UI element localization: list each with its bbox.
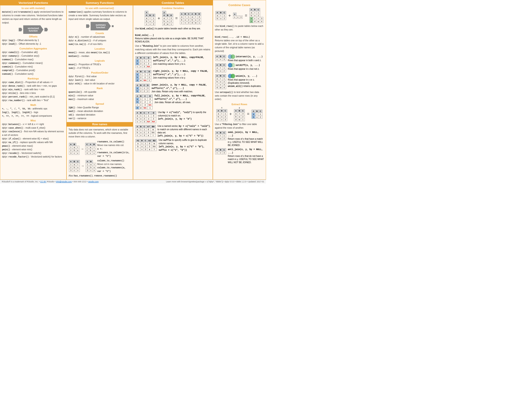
vectorized-diagram: vectorizedfunction [2, 25, 65, 34]
has-rownames: Also has_rownames(), remove_rownames() [68, 174, 131, 178]
col-to-rownames-table1: ABC 1at 2bu 3cv [68, 160, 80, 172]
inner-join-example: ABCD a113 b222 inner_join(x, y, by = NUL… [135, 83, 211, 93]
setdiff-venn [228, 63, 235, 68]
rankings-header: Rankings [2, 77, 65, 80]
summary-diagram: summaryfunction [68, 22, 131, 30]
summary-intro: summarise() applies summary functions to… [68, 10, 131, 21]
logicals-content: mean() - Proportion of TRUE's sum() - # … [68, 63, 131, 70]
counts-header: Counts [68, 32, 131, 34]
bind-cols-equals: = [175, 16, 178, 21]
intersect-example: ABC cv3 intersect(x, y, ...) Rows that a… [215, 54, 264, 62]
offsets-content: dplyr: lag() - Offset elements by 1 dply… [2, 39, 65, 46]
misc-header: Misc [2, 119, 65, 122]
cc-by-link[interactable]: CC BY [40, 180, 46, 183]
diagram-output-arrow [44, 28, 48, 31]
extract-equals: = [247, 112, 250, 116]
right-join-example: ABCD a113 b222 dwNA1 right_join(x, y, by… [135, 69, 211, 82]
summary-output-square [112, 25, 114, 27]
rownames-header: Row names [67, 122, 133, 127]
position-header: Position/Order [68, 71, 131, 74]
rownames-intro: Tidy data does not use rownames, which s… [68, 128, 131, 139]
col-to-rownames-table2: AB 1at 2bu 3cv [85, 160, 97, 172]
vectorized-header: Vectorized Functions [0, 0, 66, 5]
rownames-to-col-example: AB 1at 2bu 3cv → CAB 1at 2bu 3cv [68, 140, 131, 158]
spread-content: IQR() - Inter-Quartile Range mad() - mea… [68, 106, 131, 120]
summary-function-box: summaryfunction [91, 22, 111, 30]
main-container: Vectorized Functions to use with mutate(… [0, 0, 266, 183]
position-content: dplyr: first() - first value dplyr: last… [68, 75, 131, 85]
vectorized-intro: mutate() and transmute() apply vectorize… [2, 10, 65, 24]
rank-content: quantile() - nth quantile min() - minimu… [68, 90, 131, 101]
anti-join-example: ABC cv3 anti_join(x, y, by = NULL, ...) … [215, 148, 264, 164]
vectorized-functions-column: Vectorized Functions to use with mutate(… [0, 0, 66, 180]
intersect-venn [228, 54, 235, 59]
union-venn [228, 74, 235, 78]
col-to-rownames-desc: column_to_rownames() Move col in row nam… [97, 159, 131, 173]
left-join-example: ABCD a113 b222 cv3NA left_join(x, y, by … [135, 56, 211, 68]
bind-rows-equals: = [245, 13, 247, 18]
bind-cols-result: ABCABD at1at3 bu2bu2 cv3dw1 [180, 12, 201, 24]
extract-result: ABC at1 bu2 [252, 110, 262, 119]
footer-right: Learn more with browseVignettes(package … [166, 180, 264, 183]
vectorized-subtitle: to use with mutate() [2, 7, 65, 9]
summary-subtitle: to use with summarise() [68, 7, 131, 9]
bind-cols-visual: x ABC at1 bu2 cv3 + y ABD at3 bu2 dw1 = … [135, 10, 211, 26]
union-example: ABC at1 bu2 cv3 dw4 union(x, y, ...) Row… [215, 74, 264, 90]
bind-rows-table-y: x cv3 [233, 13, 243, 19]
spread-header: Spread [68, 102, 131, 105]
bind-rows-desc: Use bind_rows() to paste tables below ea… [215, 24, 264, 53]
logicals-header: Logicals [68, 59, 131, 62]
extract-rows-visual: x ABC at1 bu2 cv3 + y ABC at3 bu2 d [215, 107, 264, 122]
location-header: Location [68, 47, 131, 50]
named-vector-example: ABCA7B9 a11dw bu23NA cv3at Use a named v… [135, 125, 211, 138]
rownames-table1: AB 1at 2bu 3cv [68, 142, 80, 155]
rownames-examples: AB 1at 2bu 3cv → CAB 1at 2bu 3cv [68, 140, 131, 178]
location-content: mean() - mean, also mean(!is.na()) media… [68, 51, 131, 58]
suffix-example: A1BCA2B2 a11dw bu23NA cv3at Use suffix t… [135, 139, 211, 152]
by-col-example: ABCYD a1113 bu2u2 cv3NANA Use by = c("co… [135, 111, 211, 124]
combine-cases-column: Combine Cases ABC at1 bu2 + x cv3 = ABC … [213, 0, 266, 180]
misc-content: dplyr: between() - x >= left & x <= righ… [2, 123, 65, 159]
bind-cols-table-x: x ABC at1 bu2 cv3 [145, 11, 156, 26]
footer: RStudio® is a trademark of RStudio, Inc.… [0, 180, 266, 183]
rownames-to-col-desc: rownames_to_column() Move row names into… [97, 140, 131, 158]
extract-table-y: ABC at3 bu2 dw1 [234, 109, 245, 121]
rankings-content: dplyr: cume_dist() - Proportion of all v… [2, 81, 65, 102]
cumulative-header: Cumulative Aggregates [2, 47, 65, 50]
summary-input-arrow [86, 24, 90, 28]
bind-rows-table-x: ABC at1 bu2 [215, 11, 226, 20]
counts-content: dplyr: n() - number of values/rows dplyr… [68, 35, 131, 46]
combine-tables-column: Combine Tables Combine Variables x ABC a… [133, 0, 213, 180]
full-join-example: ABCD a113 b222 cv3NA dwNA1 full_join(x, … [135, 94, 211, 110]
diagram-input-arrow [19, 28, 22, 31]
bind-rows-plus: + [228, 13, 231, 18]
setequal-desc: Use setequal() to test whether two data … [215, 91, 264, 101]
extract-rows-header: Extract Rows [215, 103, 264, 106]
bind-cols-table-y: y ABD at3 bu2 dw1 [162, 11, 173, 26]
bind-rows-result: ABC at1 bu2 xcv3 zdw4 [250, 8, 263, 23]
cumulative-content: dplyr: cumall() - Cumulative all() dplyr… [2, 51, 65, 76]
bind-rows-visual: ABC at1 bu2 + x cv3 = ABC at1 bu2 xcv3 z… [215, 8, 264, 24]
bind-cols-desc: Use bind_cols() to paste tables beside e… [135, 27, 211, 43]
col-to-rownames-example: ABC 1at 2bu 3cv → AB 1at 2bu 3cv [68, 159, 131, 173]
rstudio-link[interactable]: rstudio.com [88, 180, 99, 183]
math-header: Math [2, 104, 65, 106]
summary-header: Summary Functions [67, 0, 133, 5]
summary-functions-column: Summary Functions to use with summarise(… [66, 0, 133, 180]
combine-cases-header: Combine Cases [215, 3, 264, 7]
filtering-join-intro: Use a "Filtering Join" to filter one tab… [215, 123, 264, 130]
rownames-table2: CAB 1at 2bu 3cv [85, 142, 97, 155]
offsets-header: Offsets [2, 35, 65, 38]
top-section: Vectorized Functions to use with mutate(… [0, 0, 266, 180]
diagram-function-box: vectorizedfunction [23, 25, 43, 34]
semi-join-example: ABC at1 bu2 semi_join(x, by = NULL, ...)… [215, 131, 264, 147]
combine-tables-header: Combine Tables [133, 0, 213, 5]
setdiff-example: ABC at1 bu2 setdiff(x, y, ...) Rows that… [215, 63, 264, 73]
mutating-join-intro: Use a "Mutating Join" to join one table … [135, 44, 211, 55]
rank-header: Rank [68, 87, 131, 90]
math-content: +, -, *, /, ^, %%, %% - arithmetic ops l… [2, 107, 65, 118]
info-email-link[interactable]: info@rstudio.com [56, 180, 72, 183]
footer-left: RStudio® is a trademark of RStudio, Inc.… [2, 180, 98, 183]
combine-vars-header: Combine Variables [135, 7, 211, 9]
extract-table-x: ABC at1 bu2 cv3 [216, 109, 227, 121]
